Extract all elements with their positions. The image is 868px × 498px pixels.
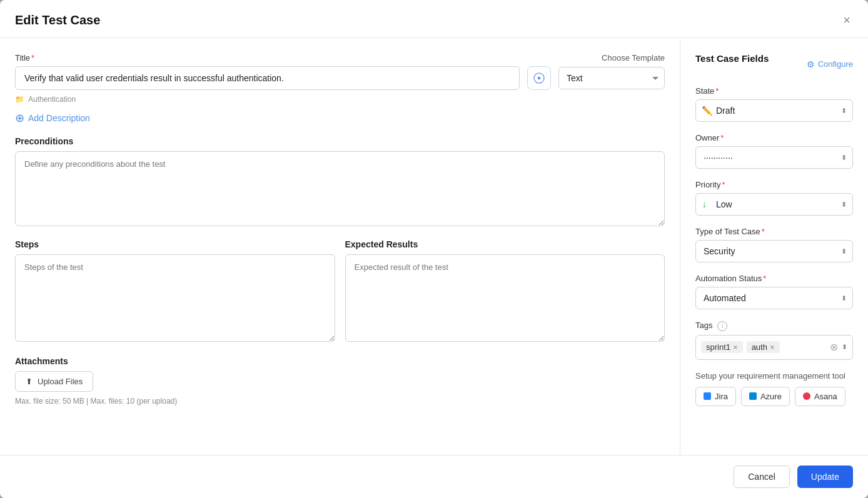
req-tools-label: Setup your requirement management tool [695, 371, 853, 381]
title-label: Title* Choose Template [15, 53, 665, 62]
side-panel: Test Case Fields ⚙ Configure State* ✏️ D… [680, 38, 868, 455]
type-select-wrap: Security Functional Performance Regressi… [695, 240, 853, 262]
automation-select-wrap: Automated Manual Not Automated ⬍ [695, 287, 853, 309]
breadcrumb-text: Authentication [28, 95, 76, 104]
modal-header: Edit Test Case × [0, 0, 868, 38]
type-field: Type of Test Case* Security Functional P… [695, 227, 853, 262]
state-select-wrap: ✏️ Draft Active Archived ⬍ [695, 99, 853, 122]
edit-test-case-modal: Edit Test Case × Title* Choose Template [0, 0, 868, 498]
add-description-button[interactable]: ⊕ Add Description [15, 112, 90, 124]
remove-tag-sprint1[interactable]: × [733, 343, 738, 351]
template-select[interactable]: Text BDD Step-by-step [558, 67, 665, 89]
azure-icon [749, 392, 757, 400]
automation-label: Automation Status* [695, 274, 853, 283]
expected-results-label: Expected Results [345, 239, 665, 249]
jira-icon [704, 392, 711, 400]
add-desc-icon: ⊕ [15, 112, 24, 124]
close-button[interactable]: × [840, 11, 853, 29]
type-select[interactable]: Security Functional Performance Regressi… [695, 240, 853, 262]
state-select[interactable]: Draft Active Archived [695, 99, 853, 122]
tags-input-wrap[interactable]: sprint1 × auth × ⊗ ⬍ [695, 335, 853, 360]
priority-field: Priority* ↓ Low Medium High Critical ⬍ [695, 180, 853, 216]
remove-tag-auth[interactable]: × [770, 343, 775, 351]
breadcrumb-icon: 📁 [15, 95, 24, 104]
asana-button[interactable]: Asana [795, 387, 845, 406]
title-input[interactable] [15, 66, 520, 90]
priority-select[interactable]: Low Medium High Critical [695, 193, 853, 216]
steps-expected-row: Steps Expected Results [15, 239, 665, 344]
state-label: State* [695, 86, 853, 96]
tags-field: Tags i sprint1 × auth × ⊗ [695, 321, 853, 360]
azure-button[interactable]: Azure [741, 387, 790, 406]
owner-select[interactable]: ············ [695, 146, 853, 169]
tags-label: Tags i [695, 321, 853, 331]
asana-icon [803, 392, 810, 400]
choose-template-label: Choose Template [602, 53, 665, 62]
modal-title: Edit Test Case [15, 13, 100, 27]
steps-label: Steps [15, 239, 335, 249]
svg-point-1 [538, 77, 540, 79]
configure-icon: ⚙ [807, 59, 815, 69]
tag-auth: auth × [747, 341, 780, 353]
automation-field: Automation Status* Automated Manual Not … [695, 274, 853, 309]
tags-text-input[interactable] [784, 342, 826, 352]
expected-results-section: Expected Results [345, 239, 665, 344]
priority-label: Priority* [695, 180, 853, 189]
file-info: Max. file size: 50 MB | Max. files: 10 (… [15, 397, 665, 406]
type-label: Type of Test Case* [695, 227, 853, 236]
side-panel-header: Test Case Fields ⚙ Configure [695, 53, 853, 75]
expected-results-textarea[interactable] [345, 254, 665, 342]
preconditions-section: Preconditions [15, 136, 665, 228]
breadcrumb: 📁 Authentication [15, 95, 665, 104]
tags-clear-button[interactable]: ⊗ [830, 341, 838, 353]
owner-label: Owner* [695, 133, 853, 142]
owner-select-wrap: ············ ⬍ [695, 146, 853, 169]
owner-field: Owner* ············ ⬍ [695, 133, 853, 169]
main-panel: Title* Choose Template [0, 38, 680, 455]
steps-textarea[interactable] [15, 254, 335, 342]
ai-magic-button[interactable] [527, 66, 551, 90]
side-panel-title: Test Case Fields [695, 53, 769, 64]
req-tools-section: Setup your requirement management tool J… [695, 371, 853, 406]
state-field: State* ✏️ Draft Active Archived ⬍ [695, 86, 853, 122]
upload-icon: ⬆ [26, 377, 33, 386]
steps-section: Steps [15, 239, 335, 344]
modal-body: Title* Choose Template [0, 38, 868, 455]
configure-button[interactable]: ⚙ Configure [807, 59, 853, 69]
automation-select[interactable]: Automated Manual Not Automated [695, 287, 853, 309]
attachments-label: Attachments [15, 356, 665, 366]
preconditions-label: Preconditions [15, 136, 665, 146]
jira-button[interactable]: Jira [695, 387, 736, 406]
preconditions-textarea[interactable] [15, 151, 665, 226]
tool-buttons-row: Jira Azure Asana [695, 387, 853, 406]
update-button[interactable]: Update [797, 466, 853, 488]
tags-chevron-icon: ⬍ [842, 343, 847, 351]
tags-info-icon: i [717, 321, 727, 331]
priority-select-wrap: ↓ Low Medium High Critical ⬍ [695, 193, 853, 216]
attachments-section: Attachments ⬆ Upload Files Max. file siz… [15, 356, 665, 406]
cancel-button[interactable]: Cancel [734, 466, 790, 488]
modal-backdrop: Edit Test Case × Title* Choose Template [0, 0, 868, 498]
tag-sprint1: sprint1 × [701, 341, 743, 353]
upload-files-button[interactable]: ⬆ Upload Files [15, 371, 93, 392]
modal-footer: Cancel Update [0, 455, 868, 498]
